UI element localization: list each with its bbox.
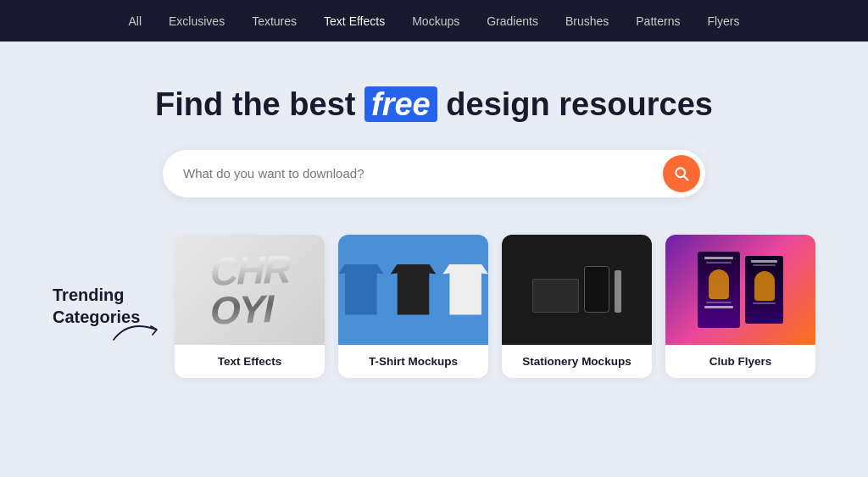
main-content: Find the best free design resources Tren… [0,42,868,378]
hero-title: Find the best free design resources [155,86,713,125]
category-label-stationery: Stationery Mockups [515,345,637,378]
search-icon [673,165,690,182]
hero-title-highlight: free [364,86,437,122]
nav-item-textures[interactable]: Textures [252,14,297,28]
trending-title-line1: Trending [53,284,124,306]
nav-item-brushes[interactable]: Brushes [565,14,609,28]
svg-line-1 [684,176,688,180]
category-label-flyers: Club Flyers [703,345,779,378]
search-bar [163,150,705,197]
stationery-decoration [532,266,621,313]
category-image-flyers [665,235,815,345]
nav-item-text-effects[interactable]: Text Effects [324,14,385,28]
search-input[interactable] [183,166,663,180]
trending-arrow-icon [112,318,163,343]
category-image-stationery [502,235,652,345]
hero-title-after: design resources [446,86,713,122]
trending-label: Trending Categories [53,284,154,328]
nav-item-gradients[interactable]: Gradients [487,14,538,28]
categories-grid: CHROYI Text Effects [175,235,815,378]
nav-item-flyers[interactable]: Flyers [707,14,739,28]
flyer-decoration-1 [698,252,740,328]
flyer-decoration-2 [745,256,783,324]
nav-item-mockups[interactable]: Mockups [412,14,459,28]
search-button[interactable] [663,155,700,192]
category-image-text-effects: CHROYI [175,235,325,345]
hero-title-before: Find the best [155,86,355,122]
category-card-tshirt[interactable]: T-Shirt Mockups [338,235,488,378]
trending-section: Trending Categories CHROYI Text Effects [53,235,815,378]
category-label-tshirt: T-Shirt Mockups [362,345,465,378]
category-card-stationery[interactable]: Stationery Mockups [502,235,652,378]
category-card-flyers[interactable]: Club Flyers [665,235,815,378]
chrome-text-decoration: CHROYI [210,249,290,330]
category-card-text-effects[interactable]: CHROYI Text Effects [175,235,325,378]
nav-item-exclusives[interactable]: Exclusives [169,14,225,28]
nav-item-patterns[interactable]: Patterns [636,14,680,28]
nav-item-all[interactable]: All [128,14,142,28]
main-nav: All Exclusives Textures Text Effects Moc… [0,0,868,42]
category-label-text-effects: Text Effects [211,345,289,378]
category-image-tshirt [338,235,488,345]
